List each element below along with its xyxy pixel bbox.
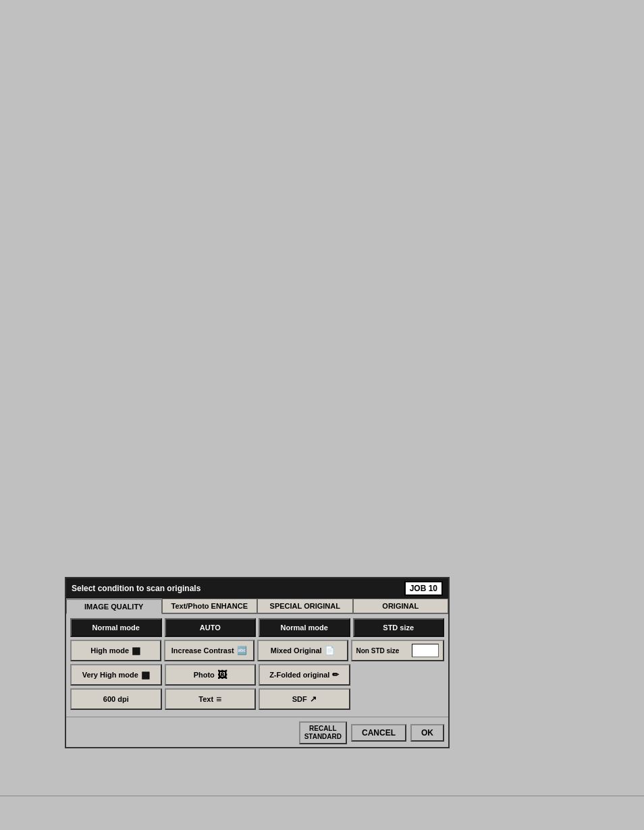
abc-enhance-icon: 🔤 xyxy=(237,646,247,655)
photo-icon: 🖼 xyxy=(217,669,227,680)
dialog-title: Select condition to scan originals xyxy=(72,584,200,593)
normal-mode-btn[interactable]: Normal mode xyxy=(70,618,162,637)
very-high-grid-icon: ▦ xyxy=(141,669,150,680)
grid-icon: ▦ xyxy=(132,645,140,656)
button-row-4: 600 dpi Text ≡ SDF ↗ xyxy=(70,688,444,710)
auto-btn[interactable]: AUTO xyxy=(165,618,257,637)
tab-original[interactable]: ORIGINAL xyxy=(353,599,449,613)
mixed-original-icon: 📄 xyxy=(325,646,335,655)
button-row-2: High mode ▦ Increase Contrast 🔤 Mixed Or… xyxy=(70,640,444,661)
z-folded-btn[interactable]: Z-Folded original ✏ xyxy=(259,664,350,686)
fold-icon: ✏ xyxy=(332,670,339,680)
tab-text-photo[interactable]: Text/Photo ENHANCE xyxy=(162,599,258,613)
non-std-size-btn[interactable]: Non STD size xyxy=(351,640,445,661)
ok-button[interactable]: OK xyxy=(410,724,444,742)
photo-btn[interactable]: Photo 🖼 xyxy=(165,664,257,686)
600dpi-btn[interactable]: 600 dpi xyxy=(70,688,162,710)
content-area: Normal mode AUTO Normal mode STD size Hi… xyxy=(66,614,448,717)
tab-special-original[interactable]: SPECIAL ORIGINAL xyxy=(257,599,353,613)
button-row-3: Very High mode ▦ Photo 🖼 Z-Folded origin… xyxy=(70,664,444,686)
normal-mode-special-btn[interactable]: Normal mode xyxy=(259,618,350,637)
title-bar: Select condition to scan originals JOB 1… xyxy=(66,578,448,599)
std-size-btn[interactable]: STD size xyxy=(353,618,445,637)
tab-row: IMAGE QUALITY Text/Photo ENHANCE SPECIAL… xyxy=(66,599,448,614)
button-row-1: Normal mode AUTO Normal mode STD size xyxy=(70,618,444,637)
tab-image-quality[interactable]: IMAGE QUALITY xyxy=(66,599,162,614)
mixed-original-btn[interactable]: Mixed Original 📄 xyxy=(257,640,348,661)
text-icon: ≡ xyxy=(216,694,221,704)
cancel-button[interactable]: CANCEL xyxy=(351,724,406,742)
job-badge: JOB 10 xyxy=(404,581,443,596)
bottom-divider xyxy=(0,796,644,796)
action-row: RECALL STANDARD CANCEL OK xyxy=(66,717,448,747)
sdf-icon: ↗ xyxy=(310,694,317,704)
recall-standard-button[interactable]: RECALL STANDARD xyxy=(299,721,347,744)
high-mode-btn[interactable]: High mode ▦ xyxy=(70,640,161,661)
scan-dialog: Select condition to scan originals JOB 1… xyxy=(65,577,450,748)
increase-contrast-btn[interactable]: Increase Contrast 🔤 xyxy=(164,640,255,661)
text-btn[interactable]: Text ≡ xyxy=(165,688,257,710)
non-std-size-input[interactable] xyxy=(412,644,439,657)
sdf-btn[interactable]: SDF ↗ xyxy=(259,688,350,710)
very-high-mode-btn[interactable]: Very High mode ▦ xyxy=(70,664,162,686)
